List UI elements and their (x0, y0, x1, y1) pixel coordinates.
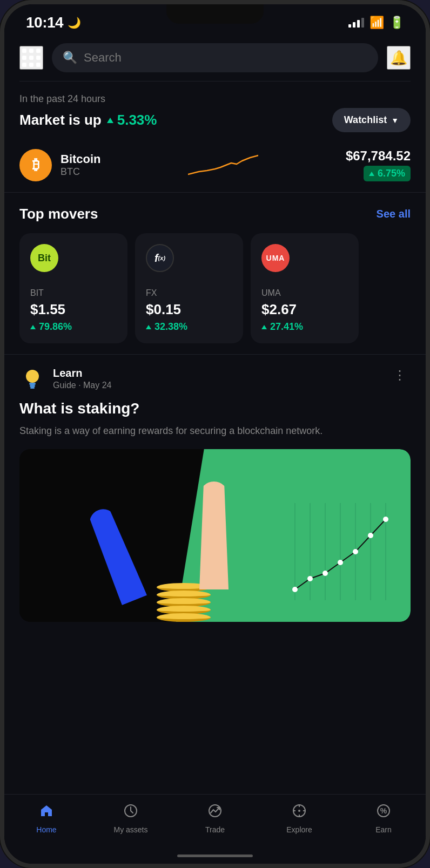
top-movers-header: Top movers See all (19, 206, 411, 222)
bitcoin-chart (110, 150, 337, 180)
phone-screen: 10:14 🌙 📶 🔋 (4, 4, 426, 864)
market-status-row: Market is up 5.33% Watchlist ▼ (19, 108, 411, 132)
see-all-button[interactable]: See all (377, 208, 411, 220)
moon-icon: 🌙 (68, 16, 81, 29)
svg-point-11 (292, 587, 298, 592)
grid-menu-button[interactable] (19, 46, 43, 70)
watchlist-button[interactable]: Watchlist ▼ (332, 108, 411, 132)
uma-up-icon (261, 325, 267, 329)
learn-title-group: Learn Guide · May 24 (19, 365, 112, 391)
up-arrow-icon (107, 118, 113, 123)
chevron-down-icon: ▼ (391, 116, 399, 125)
nav-home-label: Home (36, 825, 56, 834)
mover-card-uma[interactable]: UMA UMA $2.67 27.41% (251, 233, 359, 343)
main-content: In the past 24 hours Market is up 5.33% … (4, 82, 426, 794)
earn-icon: % (376, 803, 391, 822)
svg-point-21 (298, 810, 300, 812)
nav-home[interactable]: Home (4, 803, 89, 834)
market-status: Market is up 5.33% (19, 112, 157, 128)
mover-card-fx[interactable]: f(x) FX $0.15 32.38% (135, 233, 243, 343)
fx-change: 32.38% (146, 321, 232, 333)
svg-point-17 (383, 517, 388, 522)
uma-price: $2.67 (261, 301, 348, 318)
nav-assets-label: My assets (113, 825, 147, 834)
bell-icon: 🔔 (390, 50, 407, 66)
home-indicator-bar (177, 855, 253, 857)
svg-point-12 (307, 576, 313, 581)
svg-point-15 (353, 549, 358, 554)
grid-icon (22, 49, 41, 67)
learn-label: Learn (53, 367, 112, 379)
nav-trade-label: Trade (205, 825, 225, 834)
chart-svg (284, 503, 403, 611)
bitcoin-price-block: $67,784.52 6.75% (346, 148, 411, 181)
search-placeholder: Search (84, 51, 122, 65)
uma-logo: UMA (261, 244, 290, 272)
bit-logo: Bit (30, 244, 58, 272)
fx-price: $0.15 (146, 301, 232, 318)
uma-symbol: UMA (261, 288, 348, 298)
search-icon: 🔍 (63, 51, 77, 65)
mover-card-bit[interactable]: Bit BIT $1.55 79.86% (19, 233, 127, 343)
top-movers-title: Top movers (19, 206, 98, 222)
hand-right (199, 482, 229, 589)
bit-symbol: BIT (30, 288, 117, 298)
status-time: 10:14 (26, 14, 63, 31)
nav-earn[interactable]: % Earn (341, 803, 426, 834)
svg-point-0 (26, 370, 39, 383)
bitcoin-row[interactable]: ₿ Bitcoin BTC $67,784.52 6.75% (4, 141, 426, 192)
learn-section: Learn Guide · May 24 ⋮ What is staking? … (4, 355, 426, 633)
movers-grid: Bit BIT $1.55 79.86% f(x) FX $0.15 (19, 233, 411, 343)
article-title: What is staking? (19, 400, 411, 417)
notification-button[interactable]: 🔔 (387, 46, 411, 70)
bitcoin-info: Bitcoin BTC (61, 152, 101, 178)
bitcoin-price: $67,784.52 (346, 148, 411, 164)
bitcoin-logo: ₿ (19, 149, 52, 181)
learn-image[interactable] (19, 449, 411, 622)
signal-icon (348, 18, 364, 28)
wifi-icon: 📶 (369, 16, 384, 30)
learn-illustration (19, 449, 411, 622)
market-subtitle: In the past 24 hours (19, 93, 411, 105)
home-indicator (4, 850, 426, 864)
more-options-button[interactable]: ⋮ (389, 365, 411, 385)
bitcoin-name: Bitcoin (61, 152, 101, 166)
svg-point-16 (368, 533, 373, 538)
nav-explore-label: Explore (286, 825, 312, 834)
battery-icon: 🔋 (389, 16, 404, 30)
svg-rect-3 (30, 387, 35, 389)
header: 🔍 Search 🔔 (4, 37, 426, 81)
learn-bulb-icon (19, 365, 45, 391)
home-icon (39, 803, 54, 822)
coin-stack (157, 585, 211, 622)
bit-change: 79.86% (30, 321, 117, 333)
uma-change: 27.41% (261, 321, 348, 333)
nav-trade[interactable]: Trade (173, 803, 257, 834)
notch (166, 4, 264, 24)
nav-my-assets[interactable]: My assets (89, 803, 173, 834)
learn-header: Learn Guide · May 24 ⋮ (19, 365, 411, 391)
phone-frame: 10:14 🌙 📶 🔋 (0, 0, 430, 868)
bitcoin-symbol: BTC (61, 166, 101, 178)
explore-icon (292, 803, 307, 822)
learn-meta: Learn Guide · May 24 (53, 367, 112, 390)
bit-up-icon (30, 325, 36, 329)
article-description: Staking is a way of earning rewards for … (19, 424, 411, 438)
top-movers-section: Top movers See all Bit BIT $1.55 79.86% (4, 193, 426, 354)
market-change: 5.33% (107, 112, 157, 128)
svg-rect-1 (29, 383, 36, 385)
bit-price: $1.55 (30, 301, 117, 318)
bitcoin-icon: ₿ (32, 157, 39, 173)
fx-logo: f(x) (146, 244, 174, 272)
status-icons: 📶 🔋 (348, 16, 404, 30)
trade-icon (207, 803, 223, 822)
svg-point-14 (338, 560, 343, 565)
nav-explore[interactable]: Explore (257, 803, 341, 834)
svg-point-13 (322, 571, 328, 576)
search-bar[interactable]: 🔍 Search (52, 43, 378, 72)
btc-up-arrow-icon (369, 172, 374, 176)
market-section: In the past 24 hours Market is up 5.33% … (4, 82, 426, 141)
fx-symbol: FX (146, 288, 232, 298)
my-assets-icon (123, 803, 138, 822)
svg-rect-2 (30, 385, 35, 387)
